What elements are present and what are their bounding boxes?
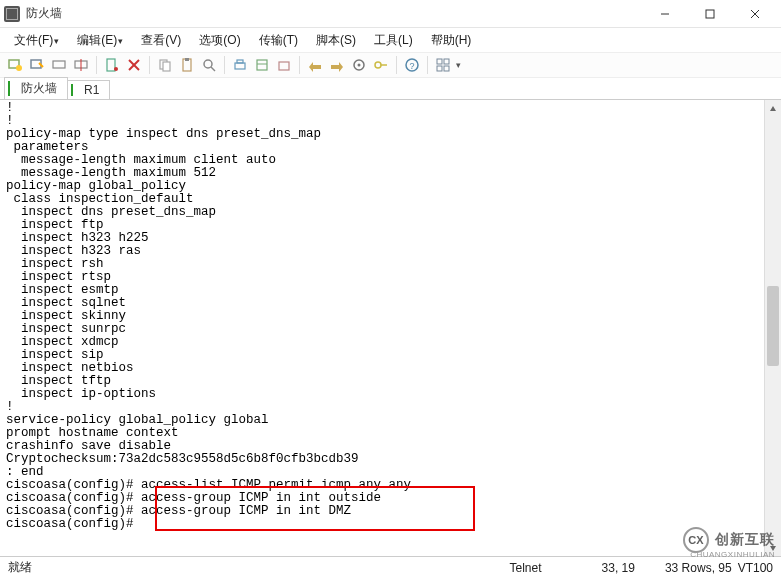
svg-rect-15 xyxy=(163,62,170,71)
clear-icon[interactable] xyxy=(275,56,293,74)
svg-rect-32 xyxy=(444,59,449,64)
status-bar: 就绪 Telnet 33, 19 33 Rows, 95 VT100 xyxy=(0,556,781,578)
tab-label: R1 xyxy=(78,83,99,97)
svg-rect-24 xyxy=(279,62,289,70)
tile-dropdown-icon[interactable]: ▾ xyxy=(456,60,461,70)
find-icon[interactable] xyxy=(200,56,218,74)
scroll-thumb[interactable] xyxy=(767,286,779,366)
svg-rect-17 xyxy=(185,58,189,61)
scroll-up-button[interactable] xyxy=(765,100,781,117)
svg-point-5 xyxy=(16,65,22,71)
window-controls xyxy=(642,0,777,28)
svg-line-19 xyxy=(211,67,215,71)
tab-firewall[interactable]: 防火墙 xyxy=(4,77,68,99)
menu-bar: 文件(F)▾ 编辑(E)▾ 查看(V) 选项(O) 传输(T) 脚本(S) 工具… xyxy=(0,28,781,52)
watermark: CX 创新互联 CHUANGXINHULIAN xyxy=(683,527,775,553)
toolbar: ? ▾ xyxy=(0,52,781,78)
svg-point-26 xyxy=(358,64,361,67)
quick-connect-icon[interactable] xyxy=(28,56,46,74)
menu-tools[interactable]: 工具(L) xyxy=(368,30,419,51)
toolbar-separator xyxy=(224,56,225,74)
status-cursor-pos: 33, 19 xyxy=(602,561,665,575)
menu-options[interactable]: 选项(O) xyxy=(193,30,246,51)
status-state: 就绪 xyxy=(8,559,72,576)
status-terminal-type: VT100 xyxy=(738,561,773,575)
terminal-output[interactable]: ! ! policy-map type inspect dns preset_d… xyxy=(0,100,764,556)
tab-active-indicator xyxy=(71,84,73,96)
help-icon[interactable]: ? xyxy=(403,56,421,74)
menu-help[interactable]: 帮助(H) xyxy=(425,30,478,51)
reconnect-icon[interactable] xyxy=(50,56,68,74)
toolbar-separator xyxy=(396,56,397,74)
svg-rect-20 xyxy=(235,63,245,69)
title-bar: 防火墙 xyxy=(0,0,781,28)
status-size: 33 Rows, 95 xyxy=(665,561,738,575)
vertical-scrollbar[interactable] xyxy=(764,100,781,556)
window-title: 防火墙 xyxy=(26,5,62,22)
transfer2-icon[interactable] xyxy=(328,56,346,74)
key-icon[interactable] xyxy=(372,56,390,74)
menu-view[interactable]: 查看(V) xyxy=(135,30,187,51)
toolbar-separator xyxy=(96,56,97,74)
maximize-button[interactable] xyxy=(687,0,732,28)
cancel-icon[interactable] xyxy=(125,56,143,74)
svg-rect-22 xyxy=(257,60,267,70)
svg-rect-21 xyxy=(237,60,243,63)
menu-edit[interactable]: 编辑(E)▾ xyxy=(71,30,129,51)
toolbar-separator xyxy=(427,56,428,74)
svg-rect-34 xyxy=(444,66,449,71)
menu-transfer[interactable]: 传输(T) xyxy=(253,30,304,51)
svg-rect-7 xyxy=(53,61,65,68)
log-icon[interactable] xyxy=(253,56,271,74)
scroll-track[interactable] xyxy=(765,117,781,539)
tile-icon[interactable] xyxy=(434,56,452,74)
session-tab-bar: 防火墙 R1 xyxy=(0,78,781,100)
transfer1-icon[interactable] xyxy=(306,56,324,74)
status-protocol: Telnet xyxy=(510,561,602,575)
watermark-subtext: CHUANGXINHULIAN xyxy=(690,550,775,559)
print-icon[interactable] xyxy=(231,56,249,74)
svg-point-11 xyxy=(114,67,118,71)
toolbar-separator xyxy=(299,56,300,74)
tab-active-indicator xyxy=(8,81,10,96)
app-icon xyxy=(4,6,20,22)
disconnect-icon[interactable] xyxy=(72,56,90,74)
settings-icon[interactable] xyxy=(350,56,368,74)
svg-rect-33 xyxy=(437,66,442,71)
menu-file[interactable]: 文件(F)▾ xyxy=(8,30,65,51)
tab-r1[interactable]: R1 xyxy=(67,80,110,99)
new-session-icon[interactable] xyxy=(6,56,24,74)
menu-script[interactable]: 脚本(S) xyxy=(310,30,362,51)
svg-rect-1 xyxy=(706,10,714,18)
svg-text:?: ? xyxy=(409,61,414,71)
copy-icon[interactable] xyxy=(156,56,174,74)
close-button[interactable] xyxy=(732,0,777,28)
svg-rect-31 xyxy=(437,59,442,64)
paste-icon[interactable] xyxy=(178,56,196,74)
svg-point-18 xyxy=(204,60,212,68)
watermark-text: 创新互联 xyxy=(715,531,775,549)
terminal-area: ! ! policy-map type inspect dns preset_d… xyxy=(0,100,781,556)
minimize-button[interactable] xyxy=(642,0,687,28)
tab-label: 防火墙 xyxy=(15,81,57,95)
svg-rect-10 xyxy=(107,59,115,71)
properties-icon[interactable] xyxy=(103,56,121,74)
toolbar-separator xyxy=(149,56,150,74)
svg-point-27 xyxy=(375,62,381,68)
